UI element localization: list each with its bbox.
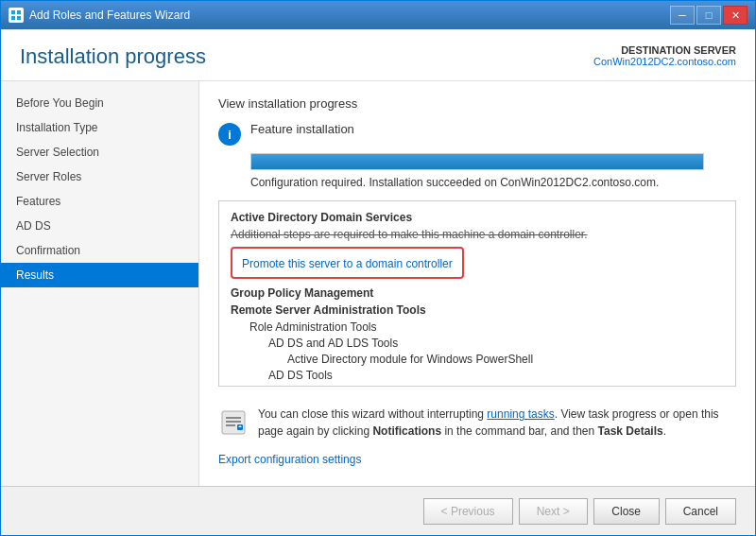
progress-bar-container: [250, 153, 736, 170]
progress-bar: [250, 153, 704, 170]
wizard-window: Add Roles and Features Wizard ─ □ ✕ Inst…: [0, 0, 756, 536]
result-ad-ds-heading: Active Directory Domain Services: [231, 211, 724, 224]
content-subtitle: View installation progress: [218, 96, 736, 111]
result-ads-tools: AD DS Tools: [268, 369, 724, 382]
next-button[interactable]: Next >: [519, 498, 588, 525]
svg-rect-5: [226, 417, 241, 419]
destination-server: DESTINATION SERVER ConWin2012DC2.contoso…: [593, 44, 736, 67]
title-bar: Add Roles and Features Wizard ─ □ ✕: [1, 1, 755, 29]
svg-rect-6: [226, 421, 241, 423]
promote-link[interactable]: Promote this server to a domain controll…: [242, 257, 453, 270]
sidebar-item-server-selection[interactable]: Server Selection: [1, 140, 198, 164]
results-box: Active Directory Domain Services Additio…: [218, 200, 736, 387]
note-icon: [218, 407, 249, 438]
svg-rect-1: [17, 10, 21, 14]
progress-bar-fill: [251, 154, 703, 169]
app-icon: [9, 8, 24, 23]
result-ad-ds-note: Additional steps are required to make th…: [231, 228, 724, 241]
feature-label: Feature installation: [250, 122, 354, 136]
success-text: Configuration required. Installation suc…: [250, 176, 736, 189]
sidebar-item-confirmation[interactable]: Confirmation: [1, 238, 198, 263]
svg-rect-2: [11, 16, 15, 20]
main-content: Installation progress DESTINATION SERVER…: [1, 29, 755, 535]
wizard-body: Before You Begin Installation Type Serve…: [1, 81, 755, 486]
title-bar-text: Add Roles and Features Wizard: [29, 9, 190, 22]
sidebar-item-installation-type[interactable]: Installation Type: [1, 115, 198, 140]
sidebar-item-ad-ds[interactable]: AD DS: [1, 214, 198, 238]
result-adds-lds: AD DS and AD LDS Tools: [268, 337, 724, 350]
wizard-footer: < Previous Next > Close Cancel: [1, 486, 755, 535]
result-adac: Active Directory Administrative Center: [287, 385, 724, 386]
note-text: You can close this wizard without interr…: [258, 406, 736, 440]
export-link[interactable]: Export configuration settings: [218, 453, 361, 466]
cancel-button[interactable]: Cancel: [665, 498, 736, 525]
wizard-header: Installation progress DESTINATION SERVER…: [1, 29, 755, 81]
sidebar-item-features[interactable]: Features: [1, 189, 198, 214]
progress-section: i Feature installation: [218, 122, 736, 146]
dest-server-label: DESTINATION SERVER: [593, 44, 736, 56]
minimize-button[interactable]: ─: [670, 6, 695, 25]
sidebar-item-server-roles[interactable]: Server Roles: [1, 164, 198, 189]
maximize-button[interactable]: □: [696, 6, 721, 25]
title-bar-left: Add Roles and Features Wizard: [9, 8, 190, 23]
close-button[interactable]: Close: [593, 498, 660, 525]
result-gpm-heading: Group Policy Management: [231, 286, 724, 300]
title-bar-buttons: ─ □ ✕: [670, 6, 747, 25]
promote-link-box[interactable]: Promote this server to a domain controll…: [231, 247, 464, 279]
sidebar-item-before-you-begin[interactable]: Before You Begin: [1, 91, 198, 115]
svg-rect-3: [17, 16, 21, 20]
result-rsat-heading: Remote Server Administration Tools: [231, 303, 724, 317]
sidebar: Before You Begin Installation Type Serve…: [1, 81, 199, 486]
svg-rect-7: [226, 424, 235, 426]
svg-rect-0: [11, 10, 15, 14]
sidebar-item-results[interactable]: Results: [1, 263, 198, 287]
result-rat: Role Administration Tools: [249, 320, 724, 334]
result-ad-powershell: Active Directory module for Windows Powe…: [287, 353, 724, 366]
dest-server-name: ConWin2012DC2.contoso.com: [593, 56, 736, 67]
page-title: Installation progress: [20, 44, 206, 69]
results-scroll[interactable]: Active Directory Domain Services Additio…: [219, 201, 735, 386]
content-area: View installation progress i Feature ins…: [199, 81, 755, 486]
note-section: You can close this wizard without interr…: [218, 398, 736, 447]
info-icon: i: [218, 123, 241, 146]
previous-button[interactable]: < Previous: [423, 498, 513, 525]
close-window-button[interactable]: ✕: [723, 6, 747, 25]
